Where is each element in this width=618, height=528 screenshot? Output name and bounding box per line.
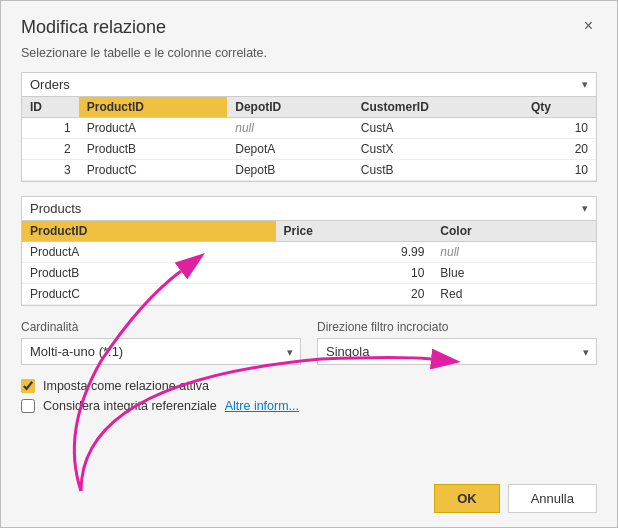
products-row2-price: 10 [276,263,433,284]
products-row2-productid: ProductB [22,263,276,284]
cardinality-select-wrapper: Molti-a-uno (*:1) Uno-a-uno (1:1) Uno-a-… [21,338,301,365]
products-table-section: Products ▾ ProductID Price Color Product… [21,196,597,306]
products-dropdown-arrow: ▾ [582,202,588,215]
table-row: 3 ProductC DepotB CustB 10 [22,160,596,181]
products-row1-color: null [432,242,596,263]
orders-row2-depotid: DepotA [227,139,353,160]
orders-row2-customerid: CustX [353,139,523,160]
dialog-body: Orders ▾ ID ProductID DepotID CustomerID… [1,72,617,470]
orders-row3-customerid: CustB [353,160,523,181]
orders-col-productid[interactable]: ProductID [79,97,228,118]
dialog-footer: OK Annulla [1,470,617,527]
orders-row1-customerid: CustA [353,118,523,139]
cardinality-select[interactable]: Molti-a-uno (*:1) Uno-a-uno (1:1) Uno-a-… [21,338,301,365]
products-row3-productid: ProductC [22,284,276,305]
orders-row2-qty: 20 [523,139,596,160]
table-row: ProductB 10 Blue [22,263,596,284]
close-button[interactable]: × [580,17,597,35]
cancel-button[interactable]: Annulla [508,484,597,513]
orders-col-id[interactable]: ID [22,97,79,118]
orders-row1-depotid: null [227,118,353,139]
products-row3-color: Red [432,284,596,305]
products-col-price[interactable]: Price [276,221,433,242]
products-row1-productid: ProductA [22,242,276,263]
orders-row2-id: 2 [22,139,79,160]
orders-row3-depotid: DepotB [227,160,353,181]
table-row: 2 ProductB DepotA CustX 20 [22,139,596,160]
active-checkbox-label: Imposta come relazione attiva [43,379,209,393]
orders-col-qty[interactable]: Qty [523,97,596,118]
products-row1-price: 9.99 [276,242,433,263]
orders-col-depotid[interactable]: DepotID [227,97,353,118]
products-dropdown[interactable]: Products [30,201,578,216]
cardinality-section: Cardinalità Molti-a-uno (*:1) Uno-a-uno … [21,320,597,365]
active-checkbox-row: Imposta come relazione attiva [21,379,597,393]
filter-direction-col: Direzione filtro incrociato Singola Entr… [317,320,597,365]
table-row: 1 ProductA null CustA 10 [22,118,596,139]
dialog-subtitle: Selezionare le tabelle e le colonne corr… [1,42,617,72]
products-row3-price: 20 [276,284,433,305]
orders-col-customerid[interactable]: CustomerID [353,97,523,118]
active-checkbox[interactable] [21,379,35,393]
cardinality-col: Cardinalità Molti-a-uno (*:1) Uno-a-uno … [21,320,301,365]
orders-row3-id: 3 [22,160,79,181]
altre-info-link[interactable]: Altre inform... [225,399,299,413]
orders-row3-qty: 10 [523,160,596,181]
orders-dropdown-row[interactable]: Orders ▾ [22,73,596,97]
filter-direction-label: Direzione filtro incrociato [317,320,597,334]
cardinality-label: Cardinalità [21,320,301,334]
integrity-checkbox-row: Considera integrità referenziale Altre i… [21,399,597,413]
orders-row1-productid: ProductA [79,118,228,139]
orders-row1-id: 1 [22,118,79,139]
orders-row1-qty: 10 [523,118,596,139]
products-col-color[interactable]: Color [432,221,596,242]
orders-table-section: Orders ▾ ID ProductID DepotID CustomerID… [21,72,597,182]
checkbox-section: Imposta come relazione attiva Considera … [21,379,597,413]
dialog-title: Modifica relazione [21,17,166,38]
integrity-checkbox[interactable] [21,399,35,413]
ok-button[interactable]: OK [434,484,500,513]
filter-direction-select[interactable]: Singola Entrambi [317,338,597,365]
products-row2-color: Blue [432,263,596,284]
orders-dropdown[interactable]: Orders [30,77,578,92]
table-row: ProductA 9.99 null [22,242,596,263]
orders-row2-productid: ProductB [79,139,228,160]
integrity-checkbox-label: Considera integrità referenziale [43,399,217,413]
products-dropdown-row[interactable]: Products ▾ [22,197,596,221]
filter-direction-select-wrapper: Singola Entrambi [317,338,597,365]
dialog-header: Modifica relazione × [1,1,617,42]
orders-dropdown-arrow: ▾ [582,78,588,91]
orders-table: ID ProductID DepotID CustomerID Qty 1 Pr… [22,97,596,181]
table-row: ProductC 20 Red [22,284,596,305]
products-col-productid[interactable]: ProductID [22,221,276,242]
orders-row3-productid: ProductC [79,160,228,181]
products-table: ProductID Price Color ProductA 9.99 null… [22,221,596,305]
dialog-container: Modifica relazione × Selezionare le tabe… [0,0,618,528]
